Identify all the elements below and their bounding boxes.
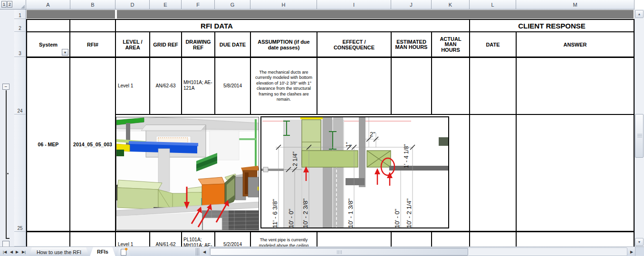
hscroll-left-button[interactable]: ◀ [201,248,208,255]
embedded-section-image[interactable]: 11' - 6 3/8" 10' - 0" 10' - 2 3/8" 10' -… [260,116,449,228]
cell-level-area[interactable]: Level 1 [116,57,149,114]
cell-drawing-ref[interactable]: MH101A; AE-121A [182,57,213,114]
sheet-tab-how-to-use[interactable]: How to use the RFI [29,247,89,256]
outline-collapse-button[interactable]: − [2,84,10,90]
header-assumption-label: ASSUMPTION (if due date passes) [254,39,314,50]
row1-fill-left [27,10,115,19]
tab-nav-first-button[interactable]: |◀ [1,248,9,255]
vertical-scroll-thumb[interactable] [635,114,644,158]
cell-system-value: 06 - MEP [38,142,59,147]
cell-grid-ref-value: AN/62-63 [155,83,175,88]
embedded-3d-clash-image[interactable] [116,117,259,230]
row-header-1[interactable]: 1 [14,9,26,19]
cell-next-due-date-value: 5/2/2014 [223,242,242,247]
cell-next-grid-ref[interactable]: AN/61-62 [150,242,181,247]
col-header-F[interactable]: F [182,0,215,9]
header-drawing-ref-label: DRAWING REF [183,39,213,50]
row-header-24[interactable]: 24 [14,57,26,114]
cell-next-level-area[interactable]: Level 1 [116,242,149,247]
outline-gutter [0,9,14,247]
3d-view-canvas [116,117,259,230]
row1-fill-right [117,10,634,19]
cell-system[interactable]: 06 - MEP [27,58,69,231]
client-response-banner: CLIENT RESPONSE [470,20,634,31]
header-rfi-number-label: RFI# [87,42,98,47]
cell-next-level-area-value: Level 1 [118,242,133,247]
row-header-25[interactable]: 25 [14,114,26,232]
cell-grid-ref[interactable]: AN/62-63 [150,57,181,114]
insert-worksheet-tab[interactable] [116,248,131,256]
column-left [323,117,332,228]
dim-10-0-left: 10' - 0" [288,209,295,228]
section-duct-xbrace [367,151,391,167]
dim-10-2-38: 10' - 2 3/8" [302,199,309,228]
duct-gray-boxes [235,166,259,200]
select-all-triangle-icon [21,5,25,9]
header-actual-hours-label: ACTUAL MAN HOURS [437,37,464,53]
tab-split-handle[interactable] [196,248,199,256]
col-header-I[interactable]: I [317,0,391,9]
cell-next-assumption-line1: The vent pipe is currently [252,237,316,243]
section-view-canvas: 11' - 6 3/8" 10' - 0" 10' - 2 3/8" 10' -… [261,117,449,228]
dim-10-2-14: 10' - 2 1/4" [405,199,413,228]
row-header-2[interactable]: 2 [14,19,26,32]
dim-2: 2" [370,131,375,138]
header-date-label: DATE [486,42,500,47]
cell-next-drawing-ref[interactable]: PL101A; MH101A; AE- [183,237,215,247]
outline-level-1-button[interactable]: 1 [1,1,7,8]
row-header-26-partial[interactable] [14,232,26,247]
sheet-tab-rfis-active[interactable]: RFIs [90,247,115,256]
dim-10-0-right: 10' - 0" [394,209,401,228]
sheet-tab-bar: |◀ ◀ ▶ ▶| How to use the RFI RFIs ◀ ▶ [0,247,644,256]
col-header-J[interactable]: J [391,0,432,9]
col-header-G[interactable]: G [215,0,250,9]
col-header-A[interactable]: A [26,0,70,9]
dim-10-1-38: 10' - 1 3/8" [347,199,354,228]
hscroll-right-button[interactable]: ▶ [628,248,635,255]
row-header-3[interactable]: 3 [14,32,26,57]
window-corner [635,247,644,256]
scroll-down-button[interactable]: ▼ [635,238,644,246]
filter-caret-icon: ▼ [64,51,67,54]
header-level-area-label: LEVEL / AREA [120,39,145,50]
cell-next-due-date[interactable]: 5/2/2014 [215,242,250,247]
header-rfi-number: RFI# [70,33,115,57]
col-header-L[interactable]: L [470,0,516,9]
beam-yellow-top [300,117,326,119]
cell-assumption[interactable]: The mechanical ducts are currently model… [252,59,316,113]
header-estimated-hours-label: ESTIMATED MAN HOURS [394,39,430,50]
tab-nav-last-button[interactable]: ▶| [20,248,28,255]
cell-next-drawing-ref-line1: PL101A; [183,237,215,243]
cell-next-assumption-line2: modeled above the ceiling [252,243,316,247]
cell-rfi-number[interactable]: 2014_05_05_003 [70,58,115,231]
col-header-K[interactable]: K [432,0,470,9]
col-header-E[interactable]: E [150,0,182,9]
header-estimated-hours: ESTIMATED MAN HOURS [392,33,431,57]
tab-nav-next-button[interactable]: ▶ [14,248,20,255]
outline-row-dot [7,173,9,174]
gridline [26,31,634,32]
col-header-B[interactable]: B [70,0,115,9]
tab-nav-prev-button[interactable]: ◀ [9,248,14,255]
vertical-green-member [255,119,257,168]
header-answer: ANSWER [517,33,634,57]
duct-orange-highlight [198,177,225,207]
header-grid-ref-label: GRID REF [153,42,178,47]
dim-11-6-38: 11' - 6 3/8" [271,199,279,228]
horizontal-scroll-thumb[interactable] [210,248,468,256]
filter-dropdown-button[interactable]: ▼ [62,49,68,56]
col-header-M[interactable]: M [516,0,634,9]
cell-next-assumption[interactable]: The vent pipe is currently modeled above… [252,237,316,247]
outline-bracket-line [6,90,7,239]
cell-due-date[interactable]: 5/8/2014 [215,57,250,114]
masonry-wall [202,210,259,230]
col-header-H[interactable]: H [250,0,317,9]
outline-level-2-button[interactable]: 2 [7,1,12,8]
header-assumption: ASSUMPTION (if due date passes) [251,33,317,57]
cell-drawing-ref-value: MH101A; AE-121A [183,80,213,91]
select-all-corner[interactable] [14,0,26,9]
sheet-tab-rfis-label: RFIs [97,249,108,255]
cell-next-grid-ref-value: AN/61-62 [155,242,175,247]
scroll-up-button[interactable]: ▲ [635,10,644,18]
col-header-D[interactable]: D [115,0,150,9]
